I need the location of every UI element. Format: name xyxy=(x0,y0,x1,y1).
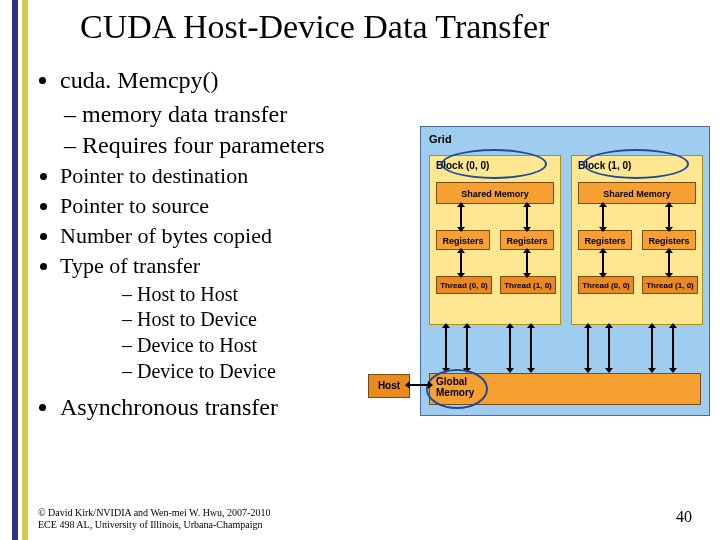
bullet-ptr-src: Pointer to source xyxy=(60,193,418,219)
arrow-icon xyxy=(530,327,532,369)
arrow-icon xyxy=(602,206,604,228)
shared-highlight-oval-0 xyxy=(441,149,547,179)
bullet-mem-transfer: – memory data transfer xyxy=(64,100,418,128)
thread-1-0-a: Thread (1, 0) xyxy=(500,276,556,294)
arrow-icon xyxy=(526,206,528,228)
arrow-icon xyxy=(602,252,604,274)
shared-memory-1: Shared Memory xyxy=(578,182,696,204)
arrow-icon xyxy=(445,327,447,369)
arrow-icon xyxy=(651,327,653,369)
arrow-icon xyxy=(466,327,468,369)
arrow-icon xyxy=(668,206,670,228)
block-0-0: Block (0, 0) Shared Memory Registers Reg… xyxy=(429,155,561,325)
shared-memory-0: Shared Memory xyxy=(436,182,554,204)
host-box: Host xyxy=(368,374,410,398)
global-highlight-oval xyxy=(426,369,488,409)
thread-0-0-a: Thread (0, 0) xyxy=(436,276,492,294)
arrow-icon xyxy=(509,327,511,369)
cuda-memory-diagram: Grid Block (0, 0) Shared Memory Register… xyxy=(420,126,710,416)
registers-1a: Registers xyxy=(578,230,632,250)
arrow-icon xyxy=(587,327,589,369)
slide-body: cuda. Memcpy() – memory data transfer – … xyxy=(38,66,418,425)
bullet-h2h: – Host to Host xyxy=(122,283,418,307)
arrow-icon xyxy=(672,327,674,369)
bullet-nbytes: Number of bytes copied xyxy=(60,223,418,249)
bullet-type: Type of transfer xyxy=(60,253,418,279)
host-global-arrow-icon xyxy=(409,384,429,386)
arrow-icon xyxy=(460,206,462,228)
shared-highlight-oval-1 xyxy=(583,149,689,179)
bullet-d2h: – Device to Host xyxy=(122,334,418,358)
block-1-0: Block (1, 0) Shared Memory Registers Reg… xyxy=(571,155,703,325)
thread-0-0-b: Thread (0, 0) xyxy=(578,276,634,294)
bullet-h2d: – Host to Device xyxy=(122,308,418,332)
arrow-icon xyxy=(608,327,610,369)
grid-label: Grid xyxy=(429,133,452,145)
registers-0b: Registers xyxy=(500,230,554,250)
page-number: 40 xyxy=(676,508,692,526)
accent-stripe-gold xyxy=(22,0,28,540)
registers-0a: Registers xyxy=(436,230,490,250)
arrow-icon xyxy=(526,252,528,274)
registers-1b: Registers xyxy=(642,230,696,250)
slide-title: CUDA Host-Device Data Transfer xyxy=(80,8,549,46)
bullet-four-params: – Requires four parameters xyxy=(64,131,418,159)
bullet-ptr-dest: Pointer to destination xyxy=(60,163,418,189)
bullet-memcpy: cuda. Memcpy() xyxy=(60,66,418,94)
accent-stripe-blue xyxy=(12,0,18,540)
copyright: © David Kirk/NVIDIA and Wen-mei W. Hwu, … xyxy=(38,507,270,530)
arrow-icon xyxy=(668,252,670,274)
thread-1-0-b: Thread (1, 0) xyxy=(642,276,698,294)
arrow-icon xyxy=(460,252,462,274)
grid-box: Grid Block (0, 0) Shared Memory Register… xyxy=(420,126,710,416)
bullet-async: Asynchronous transfer xyxy=(60,393,418,421)
